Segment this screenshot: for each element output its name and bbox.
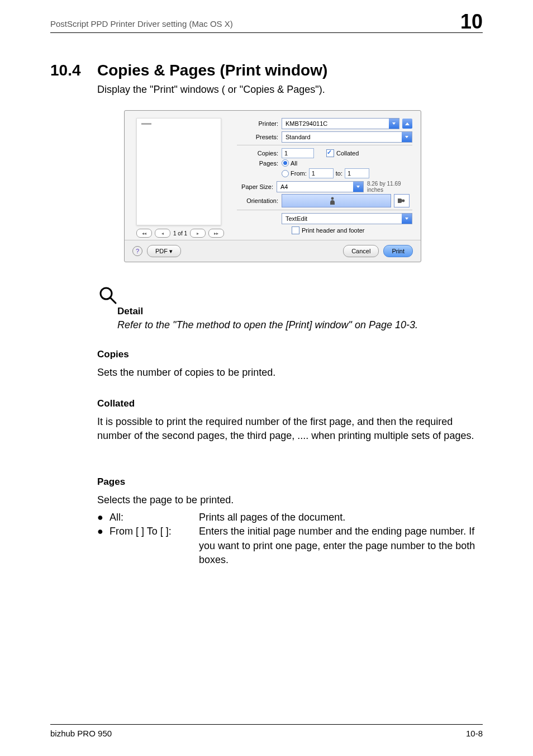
printer-label: Printer: xyxy=(237,120,282,127)
section-heading: 10.4Copies & Pages (Print window) xyxy=(50,62,327,79)
section-title: Copies & Pages (Print window) xyxy=(97,62,327,79)
person-portrait-icon xyxy=(329,196,336,205)
svg-line-3 xyxy=(110,297,116,303)
pager-status: 1 of 1 xyxy=(173,230,187,237)
pager-last-button[interactable]: ▸▸ xyxy=(208,229,224,238)
footer-left: bizhub PRO 950 xyxy=(50,729,112,738)
header-footer-label: Print header and footer xyxy=(302,227,365,234)
detail-heading: Detail xyxy=(117,306,418,317)
printer-select[interactable]: KMBT294011C xyxy=(282,118,399,129)
chevron-down-icon xyxy=(402,214,412,224)
collapse-button[interactable] xyxy=(402,119,412,129)
detail-body: Refer to the "The method to open the [Pr… xyxy=(117,319,418,331)
footer-right: 10-8 xyxy=(466,729,483,738)
section-number: 10.4 xyxy=(50,62,97,79)
copies-body: Sets the number of copies to be printed. xyxy=(97,366,483,380)
chevron-down-icon xyxy=(402,132,412,142)
svg-point-0 xyxy=(331,197,334,200)
pager-prev-button[interactable]: ◂ xyxy=(155,229,170,238)
detail-icon xyxy=(98,286,117,307)
person-landscape-icon xyxy=(397,197,406,205)
pager-next-button[interactable]: ▸ xyxy=(190,229,206,238)
printer-value: KMBT294011C xyxy=(285,120,327,127)
presets-select[interactable]: Standard xyxy=(282,131,412,143)
cancel-button[interactable]: Cancel xyxy=(343,245,379,257)
svg-point-1 xyxy=(402,200,405,202)
pages-intro: Selects the page to be printed. xyxy=(97,493,483,507)
chevron-down-icon xyxy=(353,182,363,192)
section-intro: Display the "Print" windows ( or "Copies… xyxy=(97,84,325,96)
chevron-down-icon xyxy=(389,119,399,129)
print-button[interactable]: Print xyxy=(383,245,413,257)
header-footer-checkbox[interactable] xyxy=(292,226,299,234)
paper-size-label: Paper Size: xyxy=(237,183,277,190)
paper-size-select[interactable]: A4 xyxy=(277,181,364,192)
collated-checkbox[interactable] xyxy=(326,149,334,157)
print-dialog: ◂◂ ◂ 1 of 1 ▸ ▸▸ Printer: KMBT294011C Pr… xyxy=(124,110,421,262)
orientation-landscape-button[interactable] xyxy=(394,194,410,207)
copies-heading: Copies xyxy=(97,349,483,360)
pages-all-radio[interactable] xyxy=(282,159,289,167)
paper-dimensions: 8.26 by 11.69 inches xyxy=(367,181,412,193)
pages-to-field[interactable]: 1 xyxy=(345,168,369,178)
orientation-portrait-button[interactable] xyxy=(282,194,391,207)
bullet-value: Prints all pages of the document. xyxy=(199,511,483,525)
pdf-menu-button[interactable]: PDF ▾ xyxy=(147,245,181,257)
paper-size-value: A4 xyxy=(280,183,288,190)
orientation-label: Orientation: xyxy=(237,197,282,204)
presets-label: Presets: xyxy=(237,134,282,140)
collated-heading: Collated xyxy=(97,398,483,409)
bullet-key: All: xyxy=(110,511,199,525)
print-pane-value: TextEdit xyxy=(285,215,307,222)
list-item: ● All: Prints all pages of the document. xyxy=(97,511,483,525)
presets-value: Standard xyxy=(285,134,311,140)
collated-body: It is possible to print the required num… xyxy=(97,415,483,443)
pages-label: Pages: xyxy=(237,160,282,167)
list-item: ● From [ ] To [ ]: Enters the initial pa… xyxy=(97,525,483,567)
chapter-number: 10 xyxy=(460,10,483,34)
header-rule xyxy=(50,32,483,33)
collated-label: Collated xyxy=(336,150,359,157)
bullet-key: From [ ] To [ ]: xyxy=(110,525,199,567)
preview-pager: ◂◂ ◂ 1 of 1 ▸ ▸▸ xyxy=(136,229,224,238)
copies-field[interactable]: 1 xyxy=(282,148,314,158)
pages-all-label: All xyxy=(291,160,297,167)
pages-from-label: From: xyxy=(291,170,307,177)
pages-from-radio[interactable] xyxy=(282,170,289,177)
print-preview xyxy=(136,118,221,225)
print-pane-select[interactable]: TextEdit xyxy=(282,213,412,224)
bullet-value: Enters the initial page number and the e… xyxy=(199,525,483,567)
footer-rule xyxy=(50,724,483,725)
help-button[interactable]: ? xyxy=(132,246,142,256)
running-header-left: PostScript PPD Printer Driver setting (M… xyxy=(50,19,233,29)
pages-to-label: to: xyxy=(336,170,342,177)
pages-heading: Pages xyxy=(97,476,483,488)
pager-first-button[interactable]: ◂◂ xyxy=(136,229,152,238)
copies-label: Copies: xyxy=(237,150,282,157)
pages-from-field[interactable]: 1 xyxy=(309,168,334,178)
